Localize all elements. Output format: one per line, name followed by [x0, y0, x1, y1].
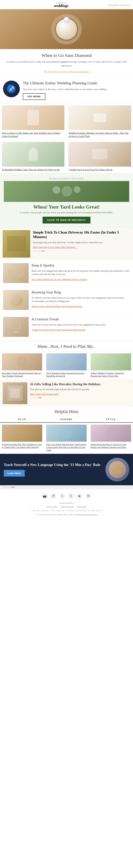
logo: MARTHA weddings	[54, 2, 69, 8]
footer-privacy-link[interactable]: Privacy Policy	[47, 505, 58, 508]
footer-terms-link[interactable]: Terms of Service	[61, 505, 74, 508]
helpful-item-1: 6 Women Explain How They Decided to or N…	[0, 423, 44, 454]
plan-link-3[interactable]: A Basic Wedding Ceremony Outline for Pla…	[90, 372, 131, 378]
ad1-body: Stop neglecting your dirty driveway. Use…	[33, 241, 130, 244]
lang-ad-powered: Powered by ■■■	[0, 485, 133, 489]
helpful-link-2[interactable]: This 'Love-Filled' Welcome Party with Co…	[46, 443, 86, 452]
article-link-2[interactable]: Wedding Invitation Mistakes You Don't Wa…	[69, 131, 131, 138]
article-link-3[interactable]: 30 Beautiful Wedding Cakes That Are Almo…	[2, 168, 64, 172]
helpful-header: Helpful Hints	[0, 406, 133, 416]
article-1-text: Make sure your engagement ring looks gre…	[31, 269, 130, 276]
zodiac-heading: The Ultimate Zodiac Wedding Planning Gui…	[23, 81, 130, 86]
lang-ad-image	[105, 458, 129, 482]
helpful-col-inspire: INSPIRE	[44, 416, 88, 422]
ad2-heading: 26 Gifts Selling Like Hotcakes During th…	[30, 382, 130, 386]
ad1-content: Simple Trick To Clean Driveway 10x Faste…	[33, 230, 130, 252]
ad2-powered: Powered by ■■■	[30, 397, 130, 399]
article-2-link[interactable]: What to Know About Resetting Your Engage…	[31, 305, 82, 308]
lang-ad-heading: Teach Yourself a New Language Using the …	[4, 463, 102, 467]
ad2-content: 26 Gifts Selling Like Hotcakes During th…	[30, 382, 130, 399]
lang-ad-button[interactable]: Learn More	[4, 470, 25, 476]
helpful-hints-section: Helpful Hints PLAN INSPIRE STYLE 6 Women…	[0, 406, 133, 454]
footer-unsubscribe: To unsubscribe from this newsletter, ple…	[3, 513, 130, 516]
twitter-icon[interactable]: 𝕏	[68, 493, 74, 499]
youtube-icon[interactable]: ▶	[77, 493, 83, 499]
ad2-image	[3, 382, 27, 404]
plan-thumb-3	[90, 353, 131, 370]
footer-help-link[interactable]: Help Center	[77, 505, 86, 508]
helpful-item-3: Expert-Approved Ways to Switch Up Your B…	[89, 423, 133, 454]
facebook-icon[interactable]: f	[59, 493, 65, 499]
footer-links: Privacy Policy | Terms of Service | Help…	[3, 505, 130, 508]
ad2-body: This gifts are in extremely high demand …	[30, 388, 130, 391]
newsletter-desc: is exactly what people will say when you…	[4, 211, 129, 214]
ad2-link[interactable]: Hurry, these will be gone soon!	[30, 393, 59, 396]
ad2-label: D>	[129, 381, 131, 382]
article-3-heading: A Common Tweak	[31, 317, 130, 322]
social-icons: 📷 P f 𝕏 ▶ ✉	[3, 493, 130, 499]
top-link[interactable]: Don't damage your new rock	[108, 4, 130, 6]
plan-heading: Hmm...Next, I Need to Plan My...	[4, 344, 129, 349]
article-thumb-1	[2, 105, 64, 130]
zodiac-description: Your love was written in the stars—here'…	[23, 87, 130, 91]
article-1-image	[3, 263, 29, 283]
article-2-body: Resetting Your Ring We talked to jeweler…	[31, 290, 130, 308]
plan-thumb-2	[46, 353, 86, 370]
plan-item-3: A Basic Wedding Ceremony Outline for Pla…	[89, 351, 133, 379]
hero-description: As much as you'd like never to take off …	[6, 60, 127, 68]
article-thumb-4	[69, 142, 131, 166]
helpful-col-style: STYLE	[89, 416, 133, 422]
lang-ad-content: Teach Yourself a New Language Using the …	[4, 463, 102, 476]
helpful-link-1[interactable]: 6 Women Explain How They Decided to or N…	[2, 443, 42, 449]
article-thumb-2	[69, 105, 131, 130]
mail-icon[interactable]: ✉	[85, 493, 91, 499]
helpful-thumb-2	[46, 425, 86, 442]
article-2-image	[3, 290, 29, 310]
helpful-col-plan: PLAN	[0, 416, 44, 422]
helpful-col-headers: PLAN INSPIRE STYLE	[0, 416, 133, 423]
hero-image	[0, 9, 133, 49]
see-more-button[interactable]: SEE MORE	[23, 93, 46, 100]
content-article-3: A Common Tweak These are the most obviou…	[0, 313, 133, 340]
helpful-link-3[interactable]: Expert-Approved Ways to Switch Up Your B…	[90, 443, 131, 449]
plan-item-2: The 8 Important Values You and Your Part…	[44, 351, 88, 379]
article-2-text: We talked to jewelers about what you can…	[31, 296, 130, 303]
footer-site-name: UnsubscribeHere	[3, 502, 130, 504]
article-link-4[interactable]: 7 Simple Ways to Ease Your First Dance N…	[69, 168, 131, 172]
unsubscribe-link[interactable]: Subscriber Preferences Page	[76, 514, 97, 516]
newsletter-pretitle: We think you'll totally love this newsle…	[4, 177, 129, 180]
article-3-image	[3, 317, 29, 337]
newsletter-signup-button[interactable]: CLICK TO SIGN UP INSTANTLY	[43, 217, 90, 223]
article-2-heading: Resetting Your Ring	[31, 290, 130, 295]
content-article-1: Keep It Sparkly Make sure your engagemen…	[0, 260, 133, 287]
plan-link-1[interactable]: How Many Events Should You Really Plan f…	[2, 372, 42, 378]
article-1-body: Keep It Sparkly Make sure your engagemen…	[31, 263, 130, 281]
article-3-link[interactable]: 4 Signs You Need to Have Your Engagement…	[31, 329, 85, 331]
plan-thumb-1	[2, 353, 42, 370]
helpful-thumb-3	[90, 425, 131, 442]
plan-link-2[interactable]: The 8 Important Values You and Your Part…	[46, 372, 86, 378]
content-article-2: Resetting Your Ring We talked to jeweler…	[0, 287, 133, 313]
plan-section: Hmm...Next, I Need to Plan My... How Man…	[0, 340, 133, 379]
article-3-body: A Common Tweak These are the most obviou…	[31, 317, 130, 332]
article-3-text: These are the most obvious signs you nee…	[31, 323, 130, 327]
newsletter-heading: Whoa! Your Yard Looks Great!	[4, 204, 129, 210]
plan-grid: How Many Events Should You Really Plan f…	[0, 351, 133, 379]
helpful-item-2: This 'Love-Filled' Welcome Party with Co…	[44, 423, 88, 454]
header: MARTHA weddings Don't damage your new ro…	[0, 0, 133, 9]
article-1-link[interactable]: How Often Should You Get Your Wedding Je…	[31, 278, 87, 281]
ad2-section: D> 26 Gifts Selling Like Hotcakes During…	[0, 379, 133, 406]
hero-link[interactable]: The Worst Places to Store Your Engagemen…	[44, 70, 89, 73]
ad1-heading: Simple Trick To Clean Driveway 10x Faste…	[33, 230, 130, 239]
article-link-1[interactable]: How to Infuse a Little Humor into Your W…	[2, 131, 64, 138]
instagram-icon[interactable]: 📷	[42, 493, 48, 499]
hero-section: When to Go Sans Diamond As much as you'd…	[0, 49, 133, 77]
article-item: 30 Beautiful Wedding Cakes That Are Almo…	[0, 140, 66, 173]
article-item: Wedding Invitation Mistakes You Don't Wa…	[66, 103, 133, 140]
lang-ad-section: Teach Yourself a New Language Using the …	[0, 454, 133, 485]
ad1-section: D> Simple Trick To Clean Driveway 10x Fa…	[0, 227, 133, 260]
ad1-link[interactable]: Here's how easy it is to clean a dirty d…	[33, 246, 130, 249]
pinterest-icon[interactable]: P	[50, 493, 56, 499]
plan-header: Hmm...Next, I Need to Plan My...	[0, 341, 133, 351]
ad1-label: D>	[129, 228, 131, 230]
